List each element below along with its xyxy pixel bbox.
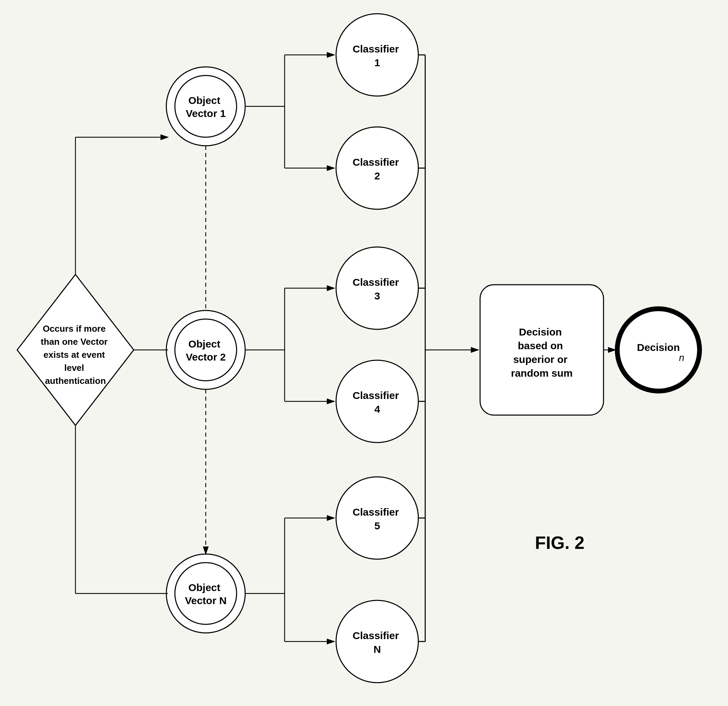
decision-n-superscript: n	[679, 352, 685, 363]
classifier-n-circle	[336, 600, 418, 683]
classifier-2-circle	[336, 127, 418, 209]
classifier-3-circle	[336, 247, 418, 329]
diagram-container: Occurs if more than one Vector exists at…	[0, 0, 728, 706]
fig-label: FIG. 2	[535, 533, 584, 553]
classifier-4-circle	[336, 360, 418, 443]
classifier-5-circle	[336, 477, 418, 559]
object-vector-1-inner	[175, 75, 237, 137]
object-vector-n-inner	[175, 563, 237, 624]
object-vector-2-inner	[175, 319, 237, 381]
decision-n-label: Decision	[637, 342, 680, 353]
classifier-1-circle	[336, 14, 418, 96]
diamond-label: Occurs if more than one Vector exists at…	[41, 324, 110, 386]
